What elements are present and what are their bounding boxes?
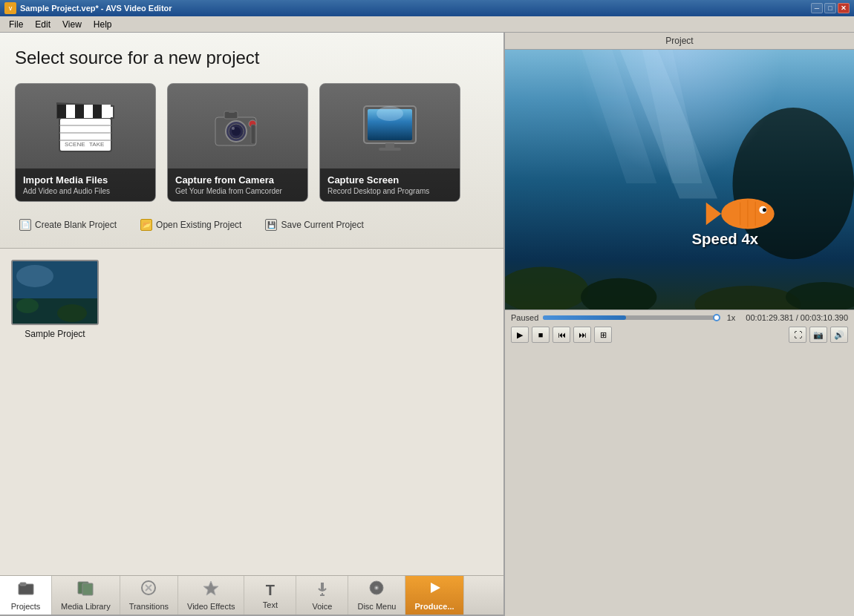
- minimize-button[interactable]: ─: [811, 3, 823, 13]
- tab-text[interactable]: T Text: [244, 576, 296, 615]
- tab-transitions-label: Transitions: [129, 602, 169, 611]
- svg-marker-47: [431, 583, 440, 593]
- menu-bar: File Edit View Help: [0, 16, 854, 33]
- create-blank-project-button[interactable]: 📄 Create Blank Project: [15, 217, 121, 233]
- open-existing-label: Open Existing Project: [156, 220, 241, 230]
- svg-text:V: V: [9, 6, 13, 11]
- video-content: Speed 4x: [505, 50, 854, 309]
- volume-button[interactable]: 🔊: [830, 327, 848, 343]
- save-current-label: Save Current Project: [281, 220, 363, 230]
- next-button[interactable]: ⏭: [573, 327, 591, 343]
- preview-header: Project: [505, 33, 854, 50]
- project-name: Sample Project: [11, 329, 99, 339]
- svg-text:Speed 4x: Speed 4x: [691, 231, 758, 247]
- menu-file[interactable]: File: [3, 18, 29, 31]
- maximize-button[interactable]: □: [824, 3, 836, 13]
- camera-icon: [208, 104, 267, 152]
- playback-status-text: Paused: [511, 313, 538, 322]
- tab-projects[interactable]: Projects: [0, 576, 52, 615]
- capture-screen-title: Capture Screen: [327, 174, 452, 186]
- source-cards: SCENE TAKE Import M: [15, 83, 489, 202]
- capture-screen-label: Capture Screen Record Desktop and Progra…: [320, 168, 460, 201]
- svg-point-33: [16, 298, 39, 313]
- save-doc-icon: 💾: [265, 219, 277, 231]
- main-area: Select source for a new project SCENE TA…: [0, 33, 854, 616]
- tab-media-library-label: Media Library: [61, 602, 111, 611]
- produce-icon: [426, 580, 443, 600]
- tab-produce[interactable]: Produce...: [405, 576, 463, 615]
- media-library-icon: [76, 580, 94, 600]
- tab-video-effects-label: Video Effects: [187, 602, 235, 611]
- seek-handle: [713, 314, 720, 321]
- video-effects-icon: [202, 580, 220, 600]
- svg-rect-41: [321, 583, 324, 590]
- right-panel: Project: [505, 33, 854, 616]
- menu-view[interactable]: View: [56, 18, 88, 31]
- source-title: Select source for a new project: [15, 47, 489, 68]
- time-display: 00:01:29.381 / 00:03:10.390: [746, 313, 848, 322]
- toolbar: Projects Media Library Transitions Video…: [0, 575, 503, 616]
- svg-rect-12: [84, 105, 93, 118]
- camera-icon-area: [168, 84, 307, 171]
- disc-menu-icon: [368, 580, 385, 600]
- current-time: 00:01:29.381: [746, 313, 793, 322]
- prev-button[interactable]: ⏮: [553, 327, 570, 343]
- frame-button[interactable]: ⊞: [594, 327, 612, 343]
- svg-rect-11: [75, 105, 84, 118]
- thumb-ocean-bg: [13, 261, 97, 324]
- stop-button[interactable]: ■: [532, 327, 550, 343]
- thumb-ocean-svg: [13, 261, 99, 325]
- monitor-icon: [360, 102, 420, 153]
- svg-rect-28: [385, 143, 394, 148]
- projects-icon: [17, 580, 35, 600]
- fullscreen-button[interactable]: ⛶: [789, 327, 806, 343]
- title-bar: V Sample Project.vep* - AVS Video Editor…: [0, 0, 854, 16]
- close-button[interactable]: ✕: [838, 3, 850, 13]
- play-button[interactable]: ▶: [511, 327, 529, 343]
- capture-screen-subtitle: Record Desktop and Programs: [327, 187, 452, 195]
- left-panel: Select source for a new project SCENE TA…: [0, 33, 505, 616]
- svg-point-60: [763, 208, 766, 212]
- import-media-label: Import Media Files Add Video and Audio F…: [16, 168, 155, 201]
- source-section: Select source for a new project SCENE TA…: [0, 33, 503, 249]
- svg-rect-36: [20, 583, 26, 586]
- tab-disc-menu[interactable]: Disc Menu: [348, 576, 405, 615]
- window-controls: ─ □ ✕: [811, 3, 850, 13]
- tab-text-label: Text: [263, 600, 278, 609]
- svg-point-27: [377, 106, 403, 121]
- tab-voice[interactable]: Voice: [296, 576, 348, 615]
- svg-marker-40: [203, 581, 218, 595]
- snapshot-button[interactable]: 📷: [809, 327, 827, 343]
- capture-screen-card[interactable]: Capture Screen Record Desktop and Progra…: [319, 83, 460, 202]
- tab-projects-label: Projects: [11, 602, 41, 611]
- monitor-icon-area: [320, 84, 460, 171]
- import-media-card[interactable]: SCENE TAKE Import M: [15, 83, 156, 202]
- seek-bar[interactable]: [543, 315, 716, 320]
- total-time: 00:03:10.390: [801, 313, 848, 322]
- playback-status: Paused 1x 00:01:29.381 / 00:03:10.390: [511, 313, 848, 322]
- tab-media-library[interactable]: Media Library: [52, 576, 120, 615]
- project-actions: 📄 Create Blank Project 📂 Open Existing P…: [15, 217, 489, 233]
- capture-camera-label: Capture from Camera Get Your Media from …: [168, 168, 307, 201]
- preview-video: Speed 4x: [505, 50, 854, 309]
- svg-rect-21: [229, 110, 235, 113]
- tab-produce-label: Produce...: [414, 602, 454, 611]
- menu-help[interactable]: Help: [88, 18, 118, 31]
- menu-edit[interactable]: Edit: [29, 18, 56, 31]
- svg-point-34: [57, 304, 87, 322]
- tab-transitions[interactable]: Transitions: [120, 576, 178, 615]
- svg-point-46: [376, 587, 378, 589]
- import-media-icon-area: SCENE TAKE: [16, 84, 155, 171]
- sample-project-thumb[interactable]: Sample Project: [11, 260, 99, 339]
- open-existing-project-button[interactable]: 📂 Open Existing Project: [136, 217, 246, 233]
- save-current-project-button[interactable]: 💾 Save Current Project: [261, 217, 368, 233]
- transitions-icon: [140, 580, 157, 600]
- app-icon: V: [4, 2, 16, 14]
- svg-rect-10: [66, 105, 75, 118]
- import-media-title: Import Media Files: [23, 174, 148, 186]
- capture-camera-card[interactable]: Capture from Camera Get Your Media from …: [167, 83, 308, 202]
- svg-rect-9: [57, 105, 66, 118]
- project-thumbnail-image: [11, 260, 99, 325]
- light-rays: [575, 50, 784, 180]
- tab-video-effects[interactable]: Video Effects: [178, 576, 244, 615]
